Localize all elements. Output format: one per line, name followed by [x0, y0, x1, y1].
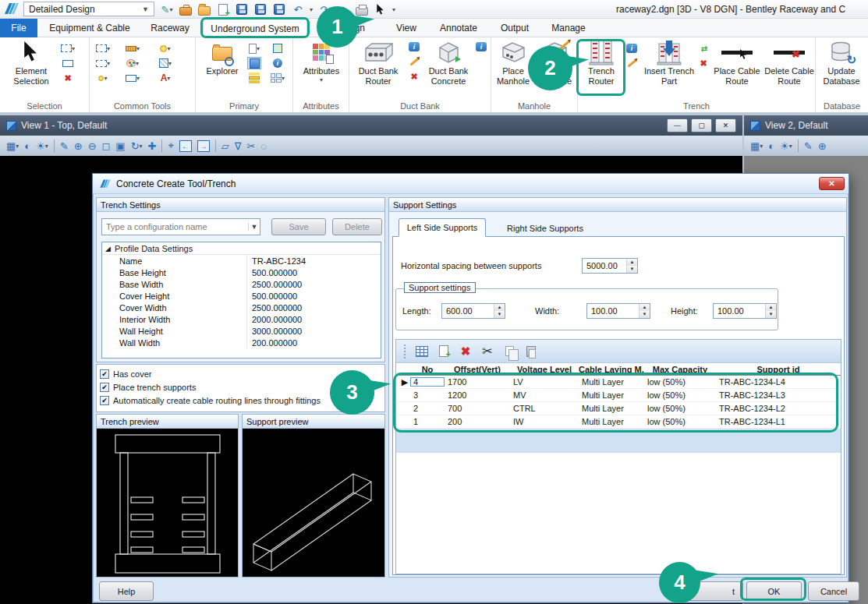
spinner-arrows-icon[interactable]: ▲▼: [639, 304, 650, 318]
insert-trench-part-button[interactable]: Insert Trench Part: [643, 40, 695, 86]
walk-icon[interactable]: ⌖: [168, 140, 173, 152]
delete-row-icon[interactable]: ✖: [458, 344, 473, 359]
profile-data-settings-row[interactable]: ◢ Profile Data Settings: [102, 242, 381, 255]
open-folder-icon[interactable]: [197, 2, 211, 16]
fence-tools-icon[interactable]: ▾: [61, 42, 75, 55]
spinner-arrows-icon[interactable]: ▲▼: [765, 304, 776, 318]
display-style-icon[interactable]: ◐: [768, 140, 774, 152]
save-button[interactable]: Save: [271, 218, 326, 235]
spacing-input[interactable]: 5000.00 ▲▼: [582, 258, 638, 274]
height-input[interactable]: 100.00 ▲▼: [713, 303, 777, 319]
cancel-button[interactable]: Cancel: [808, 581, 859, 601]
tab-output[interactable]: Output: [494, 19, 535, 37]
tab-left-side-supports[interactable]: Left Side Supports: [399, 218, 486, 237]
prop-value[interactable]: 3000.000000: [247, 327, 302, 336]
duct-bank-concrete-button[interactable]: Duct Bank Concrete: [424, 40, 473, 86]
close-button[interactable]: ✕: [715, 118, 736, 132]
tab-view[interactable]: View: [388, 19, 424, 37]
hatch-icon[interactable]: ▾: [158, 57, 172, 69]
place-block-icon[interactable]: ▾: [126, 72, 140, 84]
tab-file[interactable]: File: [0, 19, 37, 37]
height-value[interactable]: 100.00: [714, 304, 765, 318]
place-cable-route-button[interactable]: Place Cable Route: [712, 40, 762, 86]
prop-value[interactable]: 200.000000: [247, 338, 297, 348]
duct-info-icon[interactable]: i: [407, 41, 421, 53]
duct-delete-icon[interactable]: ✖: [407, 70, 421, 83]
zoom-in-icon[interactable]: ⊕: [74, 140, 83, 152]
select-clip-icon[interactable]: ◌: [260, 140, 267, 152]
view-attributes-icon[interactable]: ▦▾: [6, 140, 19, 152]
select-fence-icon[interactable]: [61, 57, 75, 69]
update-view-icon[interactable]: ✎: [804, 140, 813, 152]
paste-icon[interactable]: [523, 344, 539, 359]
toolbar-more-icon[interactable]: ▾: [392, 6, 395, 13]
display-style-icon[interactable]: ◐: [24, 140, 30, 152]
update-view-icon[interactable]: ✎: [60, 140, 69, 152]
duct-edit-icon[interactable]: [407, 55, 421, 68]
prop-value[interactable]: 500.000000: [247, 268, 297, 277]
trench-delete-icon[interactable]: ✖: [696, 57, 710, 69]
locate-icon[interactable]: ▾: [96, 72, 110, 84]
prop-value[interactable]: 2500.000000: [247, 303, 302, 313]
view2-titlebar[interactable]: View 2, Default: [744, 115, 868, 136]
delete-button[interactable]: Delete: [332, 218, 382, 235]
palette-icon[interactable]: ▾: [126, 57, 140, 69]
trench-info-icon[interactable]: i: [625, 42, 639, 55]
save-as-icon[interactable]: [272, 2, 286, 16]
copy-view-icon[interactable]: ▱: [221, 140, 229, 152]
element-selection-button[interactable]: Element Selection: [6, 40, 56, 86]
update-database-button[interactable]: ↻ Update Database: [817, 40, 866, 86]
place-fence-icon[interactable]: ▾: [96, 42, 110, 55]
zoom-out-icon[interactable]: ⊖: [88, 140, 97, 152]
checkbox-checked-icon[interactable]: ✔: [100, 383, 109, 392]
width-input[interactable]: 100.00 ▲▼: [586, 303, 650, 319]
collapse-icon[interactable]: ◢: [105, 245, 111, 253]
save-icon[interactable]: [235, 2, 249, 16]
help-button[interactable]: Help: [99, 581, 154, 601]
configuration-combo[interactable]: Type a configuration name ▼: [101, 218, 260, 235]
length-value[interactable]: 600.00: [442, 304, 494, 318]
delete-cable-route-button[interactable]: ✖ Delete Cable Route: [763, 40, 815, 86]
undo-icon[interactable]: ↶: [291, 2, 305, 16]
table-grid-icon[interactable]: [414, 344, 430, 359]
lamp-icon[interactable]: ▾: [158, 42, 172, 55]
tab-manage[interactable]: Manage: [546, 19, 591, 37]
clip-volume-icon[interactable]: ∇: [235, 140, 242, 152]
clip-mask-icon[interactable]: ✂: [247, 140, 256, 152]
delete-element-icon[interactable]: ✖: [61, 72, 75, 84]
briefcase-icon[interactable]: [179, 2, 193, 16]
restore-button[interactable]: ▢: [691, 118, 712, 132]
view-previous-icon[interactable]: ←: [179, 140, 192, 152]
place-text-icon[interactable]: A▾: [158, 72, 172, 84]
dialog-titlebar[interactable]: Concrete Create Tool/Trench ✕: [93, 174, 849, 194]
cut-icon[interactable]: ✂: [480, 344, 495, 359]
spinner-arrows-icon[interactable]: ▲▼: [494, 304, 505, 318]
minimize-button[interactable]: —: [667, 118, 688, 132]
copy-icon[interactable]: [501, 344, 517, 359]
prop-value[interactable]: TR-ABC-1234: [247, 256, 306, 266]
checkbox-checked-icon[interactable]: ✔: [100, 369, 109, 379]
add-row-icon[interactable]: +: [436, 344, 452, 359]
explorer-button[interactable]: Explorer: [200, 40, 244, 76]
view1-titlebar[interactable]: View 1 - Top, Default — ▢ ✕: [0, 115, 742, 136]
length-input[interactable]: 600.00 ▲▼: [441, 303, 505, 319]
width-value[interactable]: 100.00: [587, 304, 639, 318]
trench-edit-icon[interactable]: [625, 57, 639, 69]
spinner-arrows-icon[interactable]: ▲▼: [626, 259, 637, 273]
brightness-icon[interactable]: ☀▾: [36, 140, 48, 152]
checkbox-checked-icon[interactable]: ✔: [100, 396, 109, 405]
references-icon[interactable]: [271, 42, 285, 55]
copy-element-icon[interactable]: ▾: [96, 57, 110, 69]
window-area-icon[interactable]: ◻: [102, 140, 111, 152]
models-cube-icon[interactable]: [247, 57, 261, 69]
fit-view-icon[interactable]: ▣: [115, 140, 125, 152]
workflow-selector[interactable]: Detailed Design ▼: [23, 2, 154, 16]
trench-swap-icon[interactable]: ⇄: [696, 42, 710, 55]
view-next-icon[interactable]: →: [197, 140, 210, 152]
view-groups-icon[interactable]: ▾: [271, 72, 285, 84]
rotate-view-icon[interactable]: ↻▾: [131, 140, 143, 152]
prop-value[interactable]: 500.000000: [247, 291, 297, 301]
concrete-info-icon[interactable]: i: [474, 41, 488, 53]
levels-icon[interactable]: [247, 72, 261, 84]
tab-equipment-cable[interactable]: Equipment & Cable: [44, 19, 136, 37]
